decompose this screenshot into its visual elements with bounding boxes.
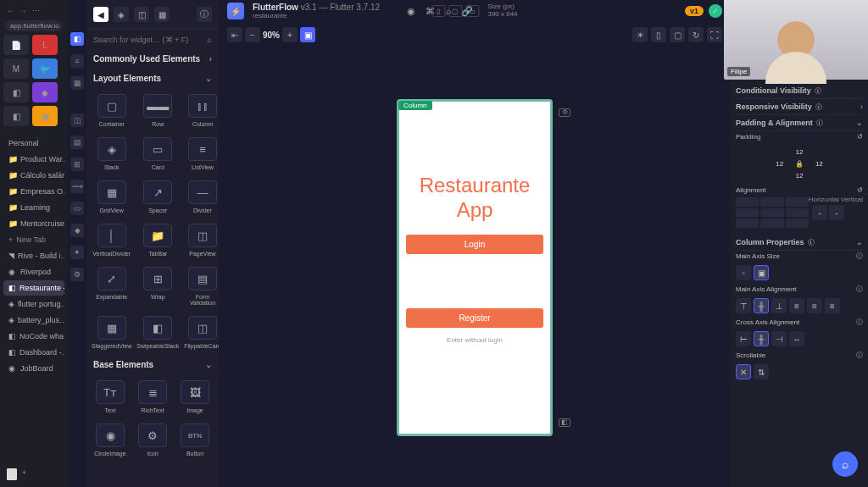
vert-value[interactable]: - bbox=[829, 205, 844, 220]
widget-form-validation[interactable]: ▤Form Validation bbox=[182, 263, 219, 310]
rail-firestore-icon[interactable]: ◫ bbox=[70, 113, 84, 127]
fullscreen-icon[interactable]: ⛶ bbox=[707, 27, 722, 42]
align-between-icon[interactable]: ≡ bbox=[789, 298, 804, 313]
zoom-in-icon[interactable]: + bbox=[282, 27, 298, 42]
phone-rotate-icon[interactable]: ◧ bbox=[559, 418, 570, 427]
zoom-level[interactable]: 90% bbox=[263, 30, 280, 40]
widget-image[interactable]: 🖼Image bbox=[175, 376, 215, 418]
new-tab-button[interactable]: + New Tab bbox=[3, 232, 64, 247]
widget-icon[interactable]: ⚙Icon bbox=[132, 419, 173, 461]
orientation-icon[interactable]: ↻ bbox=[688, 27, 704, 42]
widget-row[interactable]: ▬▬Row bbox=[135, 90, 181, 131]
padding-editor[interactable]: 12 12🔒12 12 bbox=[770, 146, 829, 181]
add-icon[interactable]: + bbox=[22, 468, 26, 480]
tab-riverpod[interactable]: ◉Riverpod bbox=[3, 264, 64, 279]
cross-center-icon[interactable]: ╫ bbox=[754, 331, 769, 346]
widget-pageview[interactable]: ◫PageView bbox=[182, 219, 219, 261]
widget-gridview[interactable]: ▦GridView bbox=[90, 176, 133, 218]
preview-phone-icon[interactable]: ▯ bbox=[651, 27, 666, 42]
widget-spacer[interactable]: ↗Spacer bbox=[135, 176, 181, 218]
widget-staggered[interactable]: ▦StaggeredView bbox=[90, 312, 133, 353]
app-tile-4[interactable]: 🐦 bbox=[32, 58, 58, 79]
device-tablet-icon[interactable]: ▢ bbox=[448, 5, 462, 17]
align-around-icon[interactable]: ≡ bbox=[807, 298, 822, 313]
widget-circleimage[interactable]: ◉CircleImage bbox=[90, 419, 131, 461]
tab-dashboard[interactable]: ◧Dashboard -… bbox=[3, 345, 64, 360]
canvas[interactable]: ⚙ ◧ Column Restaurante App Login Registe… bbox=[219, 47, 731, 487]
rail-settings-icon[interactable]: ⚙ bbox=[70, 268, 84, 281]
widget-stack[interactable]: ◈Stack bbox=[90, 133, 133, 174]
widget-divider[interactable]: —Divider bbox=[182, 176, 219, 218]
axis-min-icon[interactable]: ▫ bbox=[736, 265, 751, 280]
help-button[interactable]: ⌕ bbox=[832, 451, 858, 477]
version-badge[interactable]: v1 bbox=[685, 6, 704, 16]
tab-rive[interactable]: ◥Rive - Build i… bbox=[3, 248, 64, 263]
phone-preview[interactable]: ⚙ ◧ Column Restaurante App Login Registe… bbox=[397, 99, 553, 436]
widget-tabbar[interactable]: 📁TabBar bbox=[135, 219, 181, 261]
widget-swipeable[interactable]: ◧SwipeableStack bbox=[135, 312, 181, 353]
reset-icon[interactable]: ↺ bbox=[857, 133, 863, 141]
widget-search-input[interactable] bbox=[93, 36, 202, 44]
prop-conditional-visibility[interactable]: Conditional Visibilityi bbox=[736, 83, 863, 99]
rail-custom-icon[interactable]: ◆ bbox=[70, 224, 84, 237]
status-check-icon[interactable]: ✓ bbox=[709, 4, 722, 18]
tab-flutter-pt[interactable]: ◈flutter portug… bbox=[3, 296, 64, 312]
widget-wrap[interactable]: ⊞Wrap bbox=[135, 263, 181, 310]
rail-storyboard-icon[interactable]: ▦ bbox=[70, 76, 84, 90]
theme-icon[interactable]: ☀ bbox=[632, 27, 648, 42]
app-tile-3[interactable]: M bbox=[3, 58, 29, 79]
panel-help-icon[interactable]: ⓘ bbox=[197, 7, 212, 22]
search-icon[interactable]: ⌕ bbox=[207, 35, 212, 44]
enter-without-login-link[interactable]: Enter without login bbox=[447, 336, 503, 344]
horiz-value[interactable]: - bbox=[812, 205, 827, 220]
device-phone-icon[interactable]: ▯ bbox=[431, 5, 445, 17]
widget-text[interactable]: TᴛText bbox=[90, 376, 131, 418]
cross-end-icon[interactable]: ⊣ bbox=[771, 331, 787, 346]
section-commonly-used[interactable]: Commonly Used Elements› bbox=[86, 49, 219, 69]
preview-tablet-icon[interactable]: ▢ bbox=[670, 27, 685, 42]
section-personal[interactable]: Personal bbox=[3, 136, 64, 151]
tab-product[interactable]: 📁Product War… bbox=[3, 152, 64, 167]
login-button[interactable]: Login bbox=[406, 235, 543, 254]
rail-media-icon[interactable]: ▭ bbox=[70, 202, 84, 215]
panel-component-icon[interactable]: ▦ bbox=[154, 7, 170, 22]
more-icon[interactable]: ⋯ bbox=[32, 7, 40, 15]
app-tile-5[interactable]: ◧ bbox=[3, 82, 29, 102]
scroll-off-icon[interactable]: ✕ bbox=[736, 364, 751, 379]
cross-start-icon[interactable]: ⊢ bbox=[736, 331, 751, 346]
rail-tree-icon[interactable]: ≡ bbox=[70, 54, 84, 68]
panel-template-icon[interactable]: ◫ bbox=[134, 7, 149, 22]
browser-url[interactable]: app.flutterflow.io bbox=[5, 20, 63, 31]
widget-listview[interactable]: ≡ListView bbox=[182, 133, 219, 174]
widget-card[interactable]: ▭Card bbox=[135, 133, 181, 174]
panel-diamond-icon[interactable]: ◈ bbox=[114, 7, 129, 22]
widget-column[interactable]: ⫿⫿Column bbox=[182, 90, 219, 131]
phone-settings-icon[interactable]: ⚙ bbox=[559, 108, 570, 117]
widget-vertical-divider[interactable]: │VerticalDivider bbox=[90, 219, 133, 261]
register-button[interactable]: Register bbox=[406, 308, 543, 328]
section-layout-elements[interactable]: Layout Elements⌄ bbox=[86, 69, 219, 88]
rail-appstate-icon[interactable]: ⊞ bbox=[70, 158, 84, 171]
lock-icon[interactable]: 🔒 bbox=[789, 158, 809, 169]
widget-richtext[interactable]: ≣RichText bbox=[132, 376, 173, 418]
device-desktop-icon[interactable]: ▭ bbox=[465, 5, 479, 17]
rail-build-icon[interactable]: ◧ bbox=[70, 32, 84, 46]
tab-learning[interactable]: 📁Learning bbox=[3, 200, 64, 215]
prop-column-properties[interactable]: Column Propertiesi ⌄ bbox=[736, 235, 863, 251]
app-tile-6[interactable]: ◆ bbox=[32, 82, 58, 102]
rail-api-icon[interactable]: ⟿ bbox=[70, 180, 84, 193]
app-tile-7[interactable]: ◧ bbox=[3, 106, 29, 126]
tab-restaurante[interactable]: ◧Restaurante -… bbox=[3, 280, 64, 296]
widget-container[interactable]: ▢Container bbox=[90, 90, 133, 131]
widget-flippable[interactable]: ◫FlippableCard bbox=[182, 312, 219, 353]
widget-expandable[interactable]: ⤢Expandable bbox=[90, 263, 133, 310]
app-tile-1[interactable]: 📄 bbox=[3, 35, 29, 55]
tab-jobboard[interactable]: ◉JobBoard bbox=[3, 361, 64, 376]
panel-back-icon[interactable]: ◀ bbox=[93, 7, 108, 22]
tab-empresas[interactable]: 📁Empresas O… bbox=[3, 184, 64, 199]
tab-calculo[interactable]: 📁Cálculo salári… bbox=[3, 168, 64, 183]
left-align-icon[interactable]: ⇤ bbox=[227, 27, 242, 42]
alignment-grid[interactable] bbox=[736, 197, 809, 228]
app-tile-2[interactable]: L bbox=[32, 35, 58, 55]
axis-max-icon[interactable]: ▣ bbox=[754, 265, 769, 280]
